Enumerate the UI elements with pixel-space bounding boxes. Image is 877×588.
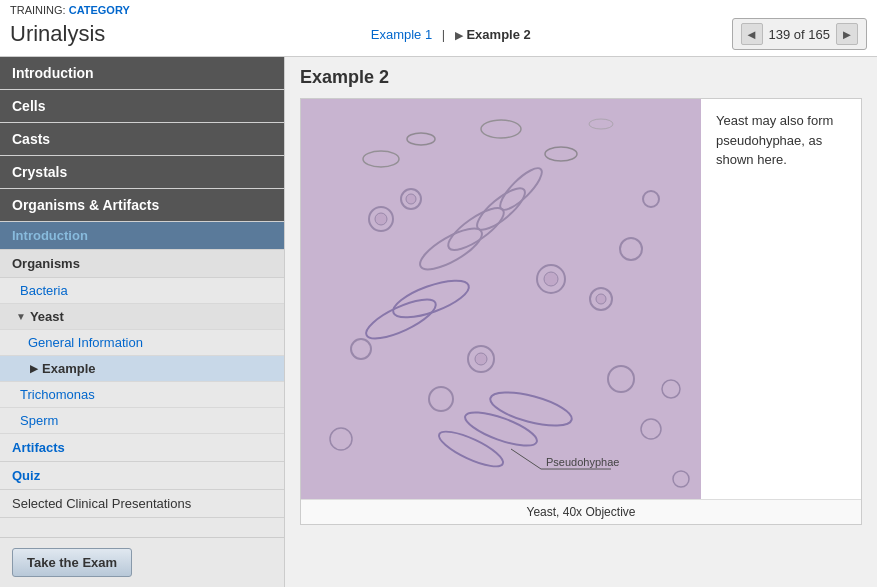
training-label: TRAINING: CATEGORY: [10, 4, 130, 16]
sidebar-item-artifacts[interactable]: Artifacts: [0, 434, 284, 462]
page-title: Urinalysis: [10, 21, 170, 47]
sidebar-item-organisms[interactable]: Organisms: [0, 250, 284, 278]
sidebar-item-organisms-artifacts[interactable]: Organisms & Artifacts: [0, 189, 284, 222]
take-exam-button[interactable]: Take the Exam: [12, 548, 132, 577]
svg-point-21: [475, 353, 487, 365]
category-link[interactable]: CATEGORY: [69, 4, 130, 16]
sidebar-item-trichomonas[interactable]: Trichomonas: [0, 382, 284, 408]
nav-controls: ◄ 139 of 165 ►: [732, 18, 867, 50]
svg-rect-0: [301, 99, 701, 499]
svg-text:Pseudohyphae: Pseudohyphae: [546, 456, 619, 468]
svg-point-15: [406, 194, 416, 204]
nav-box: ◄ 139 of 165 ►: [732, 18, 867, 50]
sidebar-item-casts[interactable]: Casts: [0, 123, 284, 156]
sidebar-item-yeast-parent[interactable]: ▼ Yeast: [0, 304, 284, 330]
image-panel: Pseudohyphae Yeast may also form pseudoh…: [300, 98, 862, 525]
sidebar-item-crystals[interactable]: Crystals: [0, 156, 284, 189]
example-label: Example: [42, 361, 95, 376]
microscope-image: Pseudohyphae: [301, 99, 701, 499]
breadcrumb-separator: |: [442, 27, 445, 42]
prev-button[interactable]: ◄: [741, 23, 763, 45]
sidebar-item-quiz[interactable]: Quiz: [0, 462, 284, 490]
content-title: Example 2: [300, 67, 862, 88]
svg-point-17: [544, 272, 558, 286]
image-description: Yeast may also form pseudohyphae, as sho…: [701, 99, 861, 499]
example2-label: Example 2: [466, 27, 530, 42]
svg-point-19: [596, 294, 606, 304]
example-play-icon: ▶: [30, 363, 38, 374]
play-icon: ▶: [455, 29, 463, 41]
sidebar-item-introduction[interactable]: Introduction: [0, 57, 284, 90]
yeast-expand-icon: ▼: [16, 311, 26, 322]
sidebar-item-selected-clinical[interactable]: Selected Clinical Presentations: [0, 490, 284, 518]
sidebar-item-bacteria[interactable]: Bacteria: [0, 278, 284, 304]
breadcrumb-nav: Example 1 | ▶ Example 2: [180, 27, 722, 42]
next-button[interactable]: ►: [836, 23, 858, 45]
image-caption: Yeast, 40x Objective: [301, 499, 861, 524]
svg-point-13: [375, 213, 387, 225]
example1-link[interactable]: Example 1: [371, 27, 432, 42]
sidebar-item-example[interactable]: ▶ Example: [0, 356, 284, 382]
yeast-label: Yeast: [30, 309, 64, 324]
sidebar-item-sperm[interactable]: Sperm: [0, 408, 284, 434]
sidebar-item-cells[interactable]: Cells: [0, 90, 284, 123]
sidebar-item-intro-sub[interactable]: Introduction: [0, 222, 284, 250]
page-count: 139 of 165: [769, 27, 830, 42]
sidebar-item-general-info[interactable]: General Information: [0, 330, 284, 356]
